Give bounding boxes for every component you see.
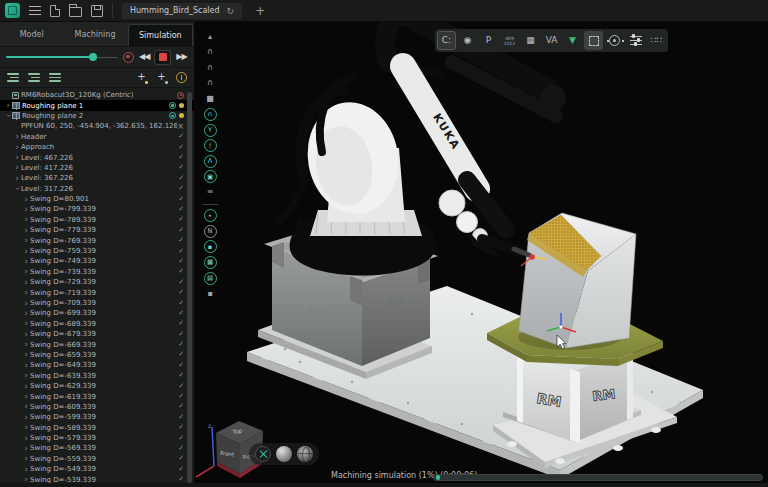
- collapse-all-icon[interactable]: [7, 73, 19, 82]
- enabled-check-icon[interactable]: ✓: [178, 258, 184, 265]
- tree-chevron-icon[interactable]: ›: [22, 383, 30, 390]
- tree-row[interactable]: ›Level: 317.226✓: [0, 184, 194, 194]
- tree-chevron-icon[interactable]: ›: [22, 393, 30, 400]
- sliders-icon[interactable]: [626, 31, 645, 50]
- enabled-check-icon[interactable]: ✓: [178, 435, 184, 442]
- tree-row[interactable]: ›Swing D=-779.339✓: [0, 225, 194, 235]
- mesh-circle-icon[interactable]: ▦: [204, 256, 217, 269]
- document-tab[interactable]: Humming_Bird_Scaled ↻: [122, 3, 242, 19]
- tree-chevron-icon[interactable]: ›: [22, 216, 30, 223]
- spindle-circle-icon[interactable]: ∩: [204, 108, 217, 121]
- solid-circle-icon[interactable]: ▪: [204, 240, 217, 253]
- enabled-check-icon[interactable]: ✓: [178, 175, 184, 182]
- apps-grid-icon[interactable]: ∷∷: [647, 31, 666, 50]
- enabled-check-icon[interactable]: ✓: [178, 455, 184, 462]
- machine-config-icon[interactable]: C:: [437, 31, 456, 50]
- tree-row[interactable]: ›Swing D=-679.339✓: [0, 329, 194, 339]
- enabled-check-icon[interactable]: ✓: [178, 133, 184, 140]
- probe-circle-icon[interactable]: Λ: [204, 155, 217, 168]
- tree-row[interactable]: ›Swing D=-699.339✓: [0, 308, 194, 318]
- add-operation-down-icon[interactable]: +: [156, 72, 167, 83]
- enabled-check-icon[interactable]: ✓: [178, 403, 184, 410]
- enabled-check-icon[interactable]: ✓: [178, 331, 184, 338]
- tree-chevron-icon[interactable]: ›: [13, 133, 21, 140]
- tree-chevron-icon[interactable]: ›: [13, 154, 21, 161]
- tree-row[interactable]: ›Swing D=-609.339✓: [0, 402, 194, 412]
- open-folder-icon[interactable]: [69, 7, 82, 17]
- lamp-c-icon[interactable]: ∩: [204, 77, 217, 90]
- filter-circle-icon[interactable]: Y: [204, 124, 217, 137]
- tree-chevron-icon[interactable]: ›: [22, 227, 30, 234]
- tree-chevron-icon[interactable]: ›: [22, 206, 30, 213]
- enabled-check-icon[interactable]: ✓: [178, 362, 184, 369]
- tree-chevron-icon[interactable]: ›: [13, 164, 21, 171]
- tree-chevron-icon[interactable]: ›: [22, 196, 30, 203]
- tree-chevron-icon[interactable]: ›: [14, 185, 21, 193]
- tree-chevron-icon[interactable]: ›: [22, 331, 30, 338]
- tree-row[interactable]: ›Level: 417.226✓: [0, 163, 194, 173]
- tree-row[interactable]: ›Swing D=-549.339✓: [0, 464, 194, 474]
- tab-machining[interactable]: Machining: [63, 22, 126, 46]
- tree-row[interactable]: RM6Robacut3D_120Kg (Centric): [0, 90, 194, 100]
- enabled-check-icon[interactable]: ✓: [178, 216, 184, 223]
- tree-row[interactable]: ›Swing D=-719.339✓: [0, 287, 194, 297]
- 3d-viewport[interactable]: RM RM RM RM: [195, 22, 768, 487]
- tree-row[interactable]: ›Swing D=-579.339✓: [0, 433, 194, 443]
- tree-row[interactable]: ›Swing D=-749.339✓: [0, 256, 194, 266]
- waveform-icon[interactable]: VA: [542, 31, 561, 50]
- tree-chevron-icon[interactable]: ›: [22, 466, 30, 473]
- layers-icon[interactable]: ≡: [204, 186, 217, 199]
- enabled-check-icon[interactable]: ✓: [178, 268, 184, 275]
- tree-chevron-icon[interactable]: ›: [22, 414, 30, 421]
- chip-icon[interactable]: ▪: [204, 287, 217, 300]
- tree-chevron-icon[interactable]: ›: [22, 237, 30, 244]
- tree-chevron-icon[interactable]: ›: [13, 144, 21, 151]
- tree-chevron-icon[interactable]: ›: [22, 320, 30, 327]
- tree-row[interactable]: ›Swing D=-729.339✓: [0, 277, 194, 287]
- tree-chevron-icon[interactable]: ›: [4, 102, 12, 109]
- tree-chevron-icon[interactable]: ›: [22, 403, 30, 410]
- enabled-check-icon[interactable]: ✓: [178, 279, 184, 286]
- tree-chevron-icon[interactable]: ›: [22, 268, 30, 275]
- slider-thumb[interactable]: [89, 53, 97, 61]
- tree-chevron-icon[interactable]: ›: [22, 435, 30, 442]
- tree-row[interactable]: ›Approach✓: [0, 142, 194, 152]
- main-menu-icon[interactable]: [29, 6, 41, 15]
- enabled-check-icon[interactable]: ✓: [178, 351, 184, 358]
- tab-model[interactable]: Model: [0, 22, 63, 46]
- selection-box-icon[interactable]: [584, 31, 603, 50]
- tree-row[interactable]: ›Swing D=-689.339✓: [0, 319, 194, 329]
- new-tab-button[interactable]: +: [255, 6, 265, 16]
- pin-circle-icon[interactable]: !: [204, 139, 217, 152]
- scroll-up-icon[interactable]: ▴: [204, 30, 217, 43]
- tree-row[interactable]: ›Swing D=-559.339✓: [0, 454, 194, 464]
- enabled-check-icon[interactable]: ✓: [178, 310, 184, 317]
- enabled-check-icon[interactable]: ✓: [178, 383, 184, 390]
- enabled-check-icon[interactable]: ✓: [178, 341, 184, 348]
- tree-chevron-icon[interactable]: ›: [22, 372, 30, 379]
- counter-badge[interactable]: 4091012: [500, 31, 519, 50]
- tree-row[interactable]: ›Swing D=-629.339✓: [0, 381, 194, 391]
- enabled-check-icon[interactable]: ✓: [178, 237, 184, 244]
- add-operation-up-icon[interactable]: +: [136, 72, 147, 83]
- tab-sync-icon[interactable]: ↻: [227, 7, 235, 15]
- operator-icon[interactable]: ◉: [458, 31, 477, 50]
- enabled-check-icon[interactable]: ✓: [178, 206, 184, 213]
- enabled-check-icon[interactable]: ✓: [178, 445, 184, 452]
- tree-row[interactable]: PPFUN 60, 250, -454.904, -362.635, 162.1…: [0, 121, 194, 131]
- tree-row[interactable]: ›Swing D=-589.339✓: [0, 423, 194, 433]
- tree-row[interactable]: ›Swing D=-599.339✓: [0, 412, 194, 422]
- enabled-check-icon[interactable]: ✓: [178, 372, 184, 379]
- tool-press-icon[interactable]: ▼: [563, 31, 582, 50]
- tree-row[interactable]: ›Swing D=-709.339✓: [0, 298, 194, 308]
- pause-marker-icon[interactable]: [176, 72, 187, 83]
- tree-row[interactable]: ›Header✓: [0, 132, 194, 142]
- tree-chevron-icon[interactable]: ›: [22, 455, 30, 462]
- tree-row[interactable]: ›Swing D=-799.339✓: [0, 204, 194, 214]
- tree-chevron-icon[interactable]: ›: [22, 362, 30, 369]
- enabled-check-icon[interactable]: ✓: [178, 248, 184, 255]
- enabled-check-icon[interactable]: ✓: [178, 393, 184, 400]
- simulation-speed-slider[interactable]: [6, 52, 118, 62]
- probe-icon[interactable]: P: [479, 31, 498, 50]
- record-button[interactable]: [123, 52, 134, 63]
